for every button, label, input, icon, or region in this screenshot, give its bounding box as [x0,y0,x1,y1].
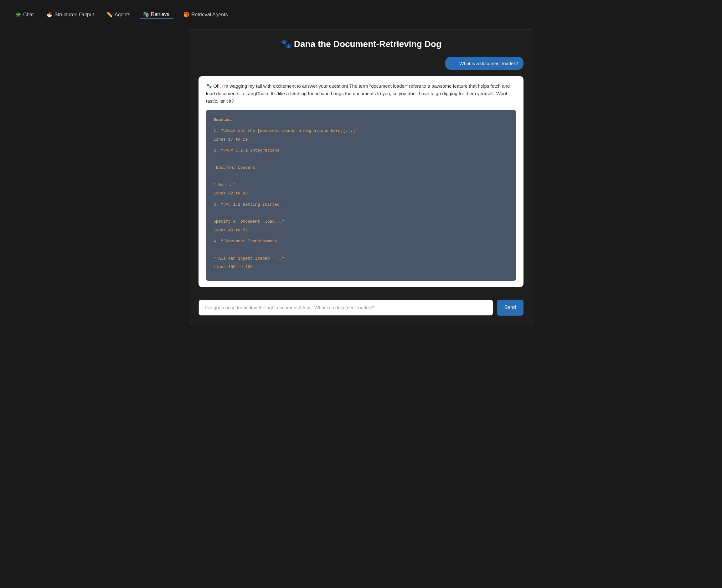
source-2-blank [214,155,508,163]
assistant-icon: 🐾 [206,83,212,89]
source-2-lines: Lines 92 to 98 [214,190,508,197]
input-area: Send [198,293,524,316]
user-message-container: 🐾 What is a document loader? [198,57,524,70]
main-container: 🐾 Dana the Document-Retrieving Dog 🐾 Wha… [189,29,533,325]
nav-label-agents: Agents [114,12,130,18]
source-2-number: 2. "#### 1.2.1 Integrations [214,147,508,154]
nav-label-retrieval-agents: Retrieval Agents [191,12,228,18]
source-2-doc-loaders: `Document Loaders` [214,164,508,171]
structured-output-icon: 🍜 [46,12,52,18]
source-1-lines: Lines 17 to 19 [214,136,508,143]
user-message-text: What is a document loader? [459,61,518,66]
source-2-bro: * Bro..." [214,181,508,188]
nav-item-chat[interactable]: ✳️ Chat [13,10,36,19]
nav-label-chat: Chat [23,12,34,18]
retrieval-agents-icon: 🎁 [183,12,189,18]
source-4-lines: Lines 100 to 106 [214,263,508,271]
source-3-number: 3. "### 1.1 Getting started [214,201,508,208]
source-3-specify: Specify a `Document` load..." [214,218,508,225]
assistant-intro: 🐾 Oh, I'm wagging my tail with excitemen… [206,82,516,105]
chat-input[interactable] [198,300,493,316]
nav-item-agents[interactable]: ✏️ Agents [104,10,133,19]
sources-block: Sources: 1. "Check out the [document loa… [206,110,516,281]
source-2-blank2 [214,172,508,180]
assistant-intro-text: Oh, I'm wagging my tail with excitement … [206,83,510,104]
nav-item-structured-output[interactable]: 🍜 Structured Output [44,10,97,19]
page-title: 🐾 Dana the Document-Retrieving Dog [198,39,524,49]
user-message-icon: 🐾 [451,60,457,66]
source-3-lines: Lines 46 to 52 [214,227,508,234]
sources-label: Sources: [214,116,508,123]
chat-icon: ✳️ [15,12,21,18]
source-4-number: 4. "`Document Transformers` [214,238,508,245]
source-4-blank [214,246,508,253]
top-nav: ✳️ Chat 🍜 Structured Output ✏️ Agents 🎭 … [6,6,716,23]
nav-item-retrieval-agents[interactable]: 🎁 Retrieval Agents [180,10,230,19]
source-3-blank [214,209,508,217]
assistant-message: 🐾 Oh, I'm wagging my tail with excitemen… [198,76,524,287]
retrieval-icon: 🎭 [143,11,149,17]
source-4-all: * All can ingest loaded `..." [214,255,508,262]
nav-label-retrieval: Retrieval [151,12,171,17]
agents-icon: ✏️ [106,12,113,18]
nav-item-retrieval[interactable]: 🎭 Retrieval [140,10,173,19]
user-message: 🐾 What is a document loader? [445,57,524,70]
assistant-message-container: 🐾 Oh, I'm wagging my tail with excitemen… [198,76,524,287]
send-button[interactable]: Send [497,300,524,316]
nav-label-structured-output: Structured Output [55,12,94,18]
source-1-number: 1. "Check out the [document loader integ… [214,127,508,134]
